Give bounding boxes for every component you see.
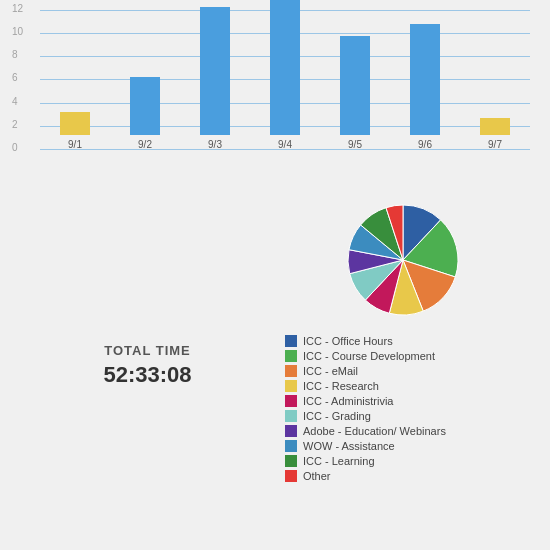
legend-label: ICC - eMail xyxy=(303,365,358,377)
y-label-12: 12 xyxy=(12,3,23,14)
legend-item: WOW - Assistance xyxy=(285,440,530,452)
bar-group: 9/3 xyxy=(180,7,250,150)
legend-label: ICC - Grading xyxy=(303,410,371,422)
total-time-value: 52:33:08 xyxy=(103,362,191,388)
legend-label: ICC - Learning xyxy=(303,455,375,467)
bars-container: 9/19/29/39/49/59/69/7 xyxy=(40,10,530,150)
bar-label-9/3: 9/3 xyxy=(208,139,222,150)
bar-group: 9/2 xyxy=(110,77,180,150)
bar-chart-area: 12 10 8 6 4 2 0 9/19/29/39/49/59/69/7 xyxy=(0,0,550,180)
legend-color-box xyxy=(285,410,297,422)
legend-item: ICC - Administrivia xyxy=(285,395,530,407)
legend-label: ICC - Office Hours xyxy=(303,335,393,347)
legend-color-box xyxy=(285,455,297,467)
legend-color-box xyxy=(285,380,297,392)
y-label-10: 10 xyxy=(12,26,23,37)
bar-group: 9/4 xyxy=(250,0,320,150)
bar-label-9/1: 9/1 xyxy=(68,139,82,150)
legend-item: ICC - Office Hours xyxy=(285,335,530,347)
right-panel: ICC - Office HoursICC - Course Developme… xyxy=(275,195,530,485)
legend-color-box xyxy=(285,350,297,362)
bar-group: 9/7 xyxy=(460,118,530,151)
pie-chart-container xyxy=(338,195,468,325)
legend: ICC - Office HoursICC - Course Developme… xyxy=(275,335,530,485)
legend-item: ICC - eMail xyxy=(285,365,530,377)
legend-item: ICC - Learning xyxy=(285,455,530,467)
bar-label-9/7: 9/7 xyxy=(488,139,502,150)
y-label-4: 4 xyxy=(12,96,18,107)
bar-9/2 xyxy=(130,77,160,135)
bar-9/7 xyxy=(480,118,510,136)
bar-group: 9/1 xyxy=(40,112,110,150)
legend-color-box xyxy=(285,335,297,347)
legend-item: Adobe - Education/ Webinars xyxy=(285,425,530,437)
y-label-8: 8 xyxy=(12,49,18,60)
legend-item: Other xyxy=(285,470,530,482)
legend-label: Adobe - Education/ Webinars xyxy=(303,425,446,437)
legend-color-box xyxy=(285,425,297,437)
bar-label-9/4: 9/4 xyxy=(278,139,292,150)
bar-label-9/2: 9/2 xyxy=(138,139,152,150)
legend-color-box xyxy=(285,365,297,377)
y-label-2: 2 xyxy=(12,119,18,130)
legend-label: Other xyxy=(303,470,331,482)
legend-label: ICC - Administrivia xyxy=(303,395,393,407)
y-label-0: 0 xyxy=(12,142,18,153)
bar-9/1 xyxy=(60,112,90,135)
left-panel: TOTAL TIME 52:33:08 xyxy=(20,195,275,485)
legend-item: ICC - Course Development xyxy=(285,350,530,362)
bar-group: 9/5 xyxy=(320,36,390,150)
legend-label: ICC - Research xyxy=(303,380,379,392)
legend-item: ICC - Grading xyxy=(285,410,530,422)
bar-9/6 xyxy=(410,24,440,135)
y-label-6: 6 xyxy=(12,72,18,83)
legend-label: WOW - Assistance xyxy=(303,440,395,452)
bar-9/5 xyxy=(340,36,370,135)
bar-chart: 12 10 8 6 4 2 0 9/19/29/39/49/59/69/7 xyxy=(40,10,530,170)
legend-item: ICC - Research xyxy=(285,380,530,392)
bar-9/4 xyxy=(270,0,300,135)
legend-label: ICC - Course Development xyxy=(303,350,435,362)
total-time-label: TOTAL TIME xyxy=(104,343,191,358)
bar-9/3 xyxy=(200,7,230,135)
bar-group: 9/6 xyxy=(390,24,460,150)
bar-label-9/5: 9/5 xyxy=(348,139,362,150)
bottom-section: TOTAL TIME 52:33:08 ICC - Office HoursIC… xyxy=(0,185,550,495)
bar-label-9/6: 9/6 xyxy=(418,139,432,150)
legend-color-box xyxy=(285,395,297,407)
legend-color-box xyxy=(285,470,297,482)
legend-color-box xyxy=(285,440,297,452)
